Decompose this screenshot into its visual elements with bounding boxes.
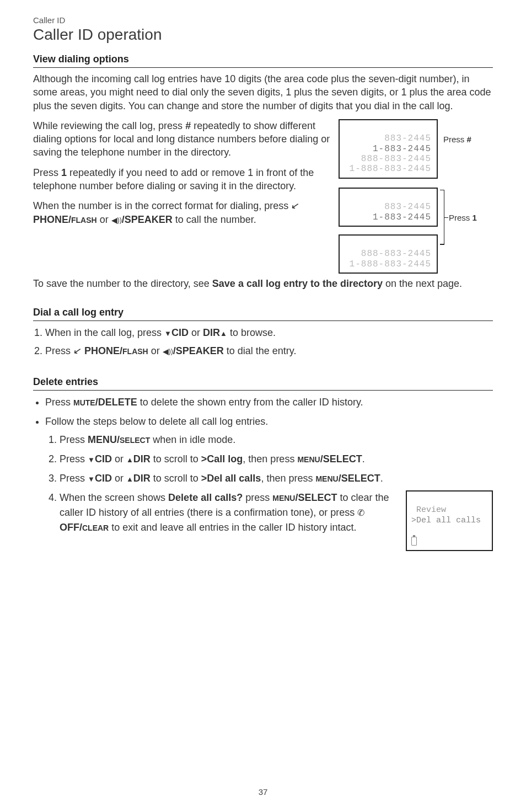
key-clear: CLEAR [82, 523, 109, 532]
text: Press [443, 135, 467, 144]
del-step-2: Press CID or DIR to scroll to >Call log,… [60, 452, 493, 467]
key-off: OFF/ [60, 522, 82, 533]
text: , then press [261, 473, 315, 484]
step-2: Press PHONE/FLASH or /SPEAKER to dial th… [45, 344, 493, 359]
text-bold: >Del all calls [201, 473, 261, 484]
down-arrow-icon [88, 473, 95, 484]
text: Press [60, 473, 88, 484]
text: to delete the shown entry from the calle… [137, 397, 363, 408]
key-flash: FLASH [71, 216, 97, 225]
text: When the number is in the correct format… [33, 200, 291, 211]
lcd-menu-display: Review >Del all calls [406, 490, 493, 551]
lcd-one-bot: 888-883-2445 1-888-883-2445 [339, 234, 438, 274]
down-arrow-icon [164, 327, 171, 338]
text: Follow the steps below to delete all cal… [45, 416, 268, 427]
press-hash-label: Press # [443, 135, 471, 144]
lcd-hash-display: 883-2445 1-883-2445 888-883-2445 1-888-8… [339, 119, 438, 179]
text: to dial the entry. [224, 345, 297, 356]
text: repeatedly if you need to add or remove … [33, 167, 314, 191]
delete-steps: Press MENU/SELECT when in idle mode. Pre… [45, 432, 493, 551]
key-cid: CID [95, 473, 112, 484]
page-number: 37 [0, 787, 526, 797]
key-select: SELECT [120, 436, 150, 445]
down-arrow-icon [88, 453, 95, 464]
key-cid: CID [95, 453, 112, 464]
lcd-line: 1-888-883-2445 [350, 259, 431, 269]
text: # [467, 135, 471, 144]
up-arrow-icon [126, 453, 133, 464]
bracket [440, 190, 444, 245]
text: Save a call log entry to the directory [212, 278, 383, 289]
text: press [243, 492, 272, 503]
page-title: Caller ID operation [33, 26, 493, 44]
text: 1 [473, 213, 477, 222]
section-view-dialing-title: View dialing options [33, 54, 493, 65]
key-delete: /DELETE [95, 397, 137, 408]
text: to scroll to [151, 453, 201, 464]
lcd-line: 883-2445 [384, 202, 431, 212]
hangup-icon [357, 507, 364, 518]
text: Press [45, 397, 73, 408]
text: . [362, 453, 365, 464]
text: or [112, 473, 126, 484]
step-1: When in the call log, press CID or DIR t… [45, 325, 493, 340]
text: When the screen shows [60, 492, 168, 503]
lcd-line: 888-883-2445 [361, 154, 431, 164]
text: or [112, 453, 126, 464]
divider [33, 67, 493, 68]
text: to scroll to [151, 473, 201, 484]
para-intro: Although the incoming call log entries h… [33, 72, 493, 113]
para-dial: When the number is in the correct format… [33, 199, 332, 226]
lcd-line: 888-883-2445 [361, 249, 431, 259]
key-select: /SELECT [339, 473, 380, 484]
del-step-3: Press CID or DIR to scroll to >Del all c… [60, 471, 493, 486]
text: Press [33, 167, 61, 178]
text: to browse. [227, 327, 276, 338]
key-hash: # [185, 120, 191, 131]
key-select: /SELECT [320, 453, 362, 464]
text-bold: Delete all calls? [168, 492, 243, 503]
text: to call the number. [173, 214, 256, 225]
key-select: /SELECT [295, 492, 337, 503]
para-save: To save the number to the directory, see… [33, 277, 493, 290]
key-menu: MENU [272, 494, 295, 503]
section-dial-title: Dial a call log entry [33, 307, 493, 318]
speaker-icon [111, 214, 122, 225]
key-cid: CID [171, 327, 189, 338]
del-step-1: Press MENU/SELECT when in idle mode. [60, 432, 493, 447]
key-flash: FLASH [122, 347, 148, 356]
up-arrow-icon [220, 327, 227, 338]
key-mute: MUTE [73, 398, 95, 407]
text: or [148, 345, 163, 356]
phone-icon [291, 200, 299, 211]
key-dir: DIR [203, 327, 220, 338]
text: to exit and leave all entries in the cal… [109, 522, 356, 533]
divider [33, 320, 493, 321]
lcd-line: >Del all calls [411, 516, 481, 525]
text: While reviewing the call log, press [33, 120, 185, 131]
key-phone: PHONE/ [82, 345, 122, 356]
dial-steps: When in the call log, press CID or DIR t… [33, 325, 493, 359]
lcd-line: 1-883-2445 [373, 144, 431, 154]
key-speaker: /SPEAKER [122, 214, 173, 225]
para-one: Press 1 repeatedly if you need to add or… [33, 166, 332, 193]
breadcrumb: Caller ID [33, 15, 493, 25]
text: when in idle mode. [150, 434, 235, 445]
key-dir: DIR [133, 473, 151, 484]
lcd-one-top: 883-2445 1-883-2445 [339, 188, 438, 227]
key-menu: MENU [297, 455, 320, 464]
lcd-line: Review [411, 505, 446, 515]
text: Press [60, 453, 88, 464]
bullet-1: Press MUTE/DELETE to delete the shown en… [45, 395, 493, 410]
text: . [380, 473, 383, 484]
key-menu: MENU [315, 474, 338, 483]
text: Press [60, 434, 88, 445]
text-bold: >Call log [201, 453, 243, 464]
text: Press [449, 213, 473, 222]
text: or [189, 327, 203, 338]
key-speaker: /SPEAKER [173, 345, 224, 356]
del-step-4: When the screen shows Delete all calls? … [60, 490, 493, 551]
section-delete-title: Delete entries [33, 376, 493, 388]
speaker-icon [163, 345, 173, 356]
key-menu: MENU/ [88, 434, 120, 445]
